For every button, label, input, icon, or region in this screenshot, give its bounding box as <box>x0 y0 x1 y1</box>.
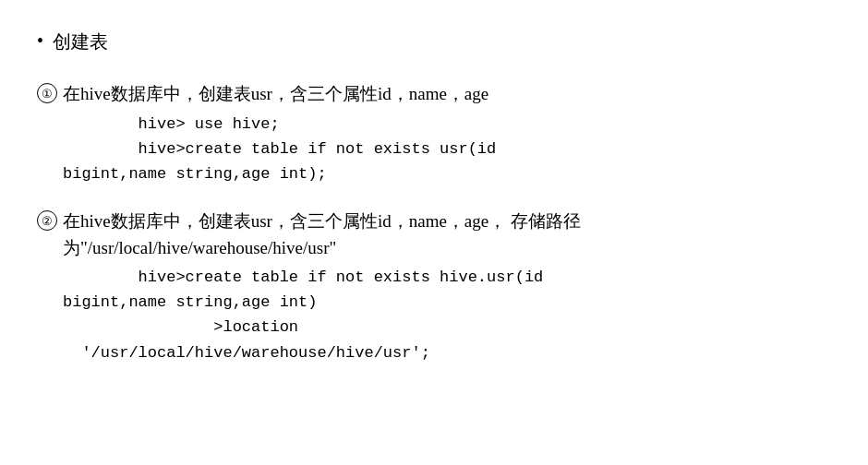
numbered-item-2: ② 在hive数据库中，创建表usr，含三个属性id，name，age， 存储路… <box>37 209 831 365</box>
item-content-1: 在hive数据库中，创建表usr，含三个属性id，name，age hive> … <box>63 81 831 186</box>
item-desc-1: 在hive数据库中，创建表usr，含三个属性id，name，age <box>63 81 831 108</box>
code-block-2: hive>create table if not exists hive.usr… <box>63 265 831 365</box>
bullet-dot: • <box>37 28 43 54</box>
item-desc-2: 在hive数据库中，创建表usr，含三个属性id，name，age， 存储路径为… <box>63 209 831 261</box>
numbered-item-1: ① 在hive数据库中，创建表usr，含三个属性id，name，age hive… <box>37 81 831 186</box>
bullet-label: 创建表 <box>53 28 108 55</box>
bullet-section: • 创建表 <box>37 28 831 55</box>
code-block-1: hive> use hive; hive>create table if not… <box>63 112 831 187</box>
circle-number-2: ② <box>37 210 57 231</box>
page-container: • 创建表 ① 在hive数据库中，创建表usr，含三个属性id，name，ag… <box>37 28 831 365</box>
item-content-2: 在hive数据库中，创建表usr，含三个属性id，name，age， 存储路径为… <box>63 209 831 365</box>
circle-number-1: ① <box>37 83 57 103</box>
